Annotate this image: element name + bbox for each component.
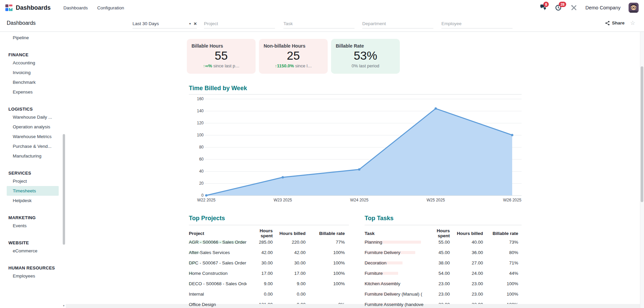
table-title-top-tasks: Top Tasks [365,215,522,222]
sidebar-scrollbar-thumb[interactable] [63,134,65,245]
app-menu: Dashboards Configuration [63,5,124,10]
department-filter-input[interactable] [362,19,433,28]
messages-badge: 8 [543,2,549,7]
dashboard-sidebar: PipelineFINANCEAccountingInvoicingBenchm… [0,32,66,308]
main-scrollbar-thumb[interactable] [641,66,643,202]
task-filter-input[interactable] [283,19,355,28]
kpi-delta: ↑∞% since last p… [192,63,251,68]
table-header-row: ProjectHours spentHours billedBillable r… [189,230,349,237]
cell-name: DECO - S00068 - Sales Orde [189,281,247,286]
column-header-billable-rate: Billable rate [483,231,518,236]
svg-text:W23 2025: W23 2025 [274,198,292,202]
sidebar-item-purchase-vend[interactable]: Purchase & Vend... [0,141,66,151]
date-filter-value: Last 30 Days [132,21,189,26]
cell-spent: 23.00 [424,281,450,286]
activities-badge: 28 [559,2,566,7]
sidebar-item-invoicing[interactable]: Invoicing [0,68,66,77]
avatar-image [629,3,639,13]
chevron-down-icon[interactable]: ▾ [189,22,191,25]
kpi-value: 25 [264,49,323,62]
cell-spent: 54.00 [424,271,450,276]
cell-rate: 71% [483,260,518,265]
cell-name: DPC - S00067 - Sales Order [189,260,247,265]
sidebar-item-expenses[interactable]: Expenses [0,87,66,97]
kpi-value: 53% [336,49,395,62]
menu-configuration[interactable]: Configuration [97,5,124,10]
activities-button[interactable]: 28 [555,4,562,11]
sidebar-item-warehouse-daily[interactable]: Warehouse Daily ... [0,112,66,122]
sidebar-section-human-resources: HUMAN RESOURCES [0,264,66,271]
svg-text:60: 60 [199,157,204,162]
cell-billed: 27.00 [450,260,483,265]
cell-rate: 100% [483,281,518,286]
row-name: AGR - S00066 - Sales Order [189,240,247,245]
menu-dashboards[interactable]: Dashboards [63,5,88,10]
column-header-hours-spent: Hours spent [247,228,273,238]
svg-text:140: 140 [197,109,204,113]
horizontal-scrollbar-track[interactable] [66,304,640,308]
developer-tools-button[interactable] [571,4,577,11]
employee-filter-input[interactable] [441,19,513,28]
kpi-delta: 0% last period [336,63,395,68]
cell-rate: 77% [306,240,345,245]
sidebar-item-timesheets[interactable]: Timesheets [7,186,59,196]
app-brand[interactable]: Dashboards [5,4,51,11]
kpi-label: Billable Rate [336,43,395,49]
favorite-star-icon[interactable]: ☆ [630,19,635,26]
cell-billed: 30.00 [273,260,306,265]
cell-billed: 0.00 [273,292,306,297]
sidebar-item-employees[interactable]: Employees [0,271,66,281]
cell-billed: 24.00 [450,271,483,276]
cell-rate: 100% [306,260,345,265]
cell-name: Planning [365,240,424,245]
share-icon [605,21,610,25]
table-row: AGR - S00066 - Sales Order285.00220.0077… [189,237,349,247]
table-row: After-Sales Services42.0042.00100% [189,247,349,258]
sidebar-item-warehouse-metrics[interactable]: Warehouse Metrics [0,132,66,141]
cell-name: AGR - S00066 - Sales Order [189,240,247,245]
cell-name: Furniture Assembly (handover [365,302,424,307]
user-avatar[interactable] [629,3,639,13]
row-name: Furniture Assembly (handover [365,302,424,307]
row-name: DPC - S00067 - Sales Order [189,260,246,265]
main-scrollbar-track[interactable] [640,32,644,308]
cell-spent: 42.00 [247,250,273,255]
cell-name: Furniture Delivery (Manual) ( [365,292,424,297]
sidebar-item-manufacturing[interactable]: Manufacturing [0,151,66,161]
sidebar-item-pipeline[interactable]: Pipeline [0,33,66,43]
app-title: Dashboards [16,4,51,11]
table-header-row: TaskHours spentHours billedBillable rate [365,230,522,237]
cell-spent: 9.00 [247,281,273,286]
column-header-project: Project [189,231,247,236]
sidebar-item-operation-analysis[interactable]: Operation analysis [0,122,66,132]
column-header-task: Task [365,231,424,236]
sidebar-item-ecommerce[interactable]: eCommerce [0,246,66,256]
table-row: Decoration38.0027.0071% [365,258,522,268]
table-divider [365,225,522,225]
messages-button[interactable]: 8 [540,4,547,11]
cell-rate: 80% [483,250,518,255]
date-filter-facet[interactable]: Last 30 Days ▾ ✕ [132,19,197,28]
sidebar-item-benchmark[interactable]: Benchmark [0,77,66,87]
cell-rate: 100% [306,281,345,286]
row-name: Office Design [189,302,216,307]
clear-filter-icon[interactable]: ✕ [194,21,197,26]
sidebar-item-project[interactable]: Project [0,176,66,186]
sidebar-item-accounting[interactable]: Accounting [0,58,66,68]
sidebar-scroll-down-icon[interactable]: ▾ [62,304,65,308]
control-panel: Dashboards Last 30 Days ▾ ✕ Share ☆ [0,15,644,32]
svg-text:W22 2025: W22 2025 [197,198,216,202]
sidebar-item-events[interactable]: Events [0,221,66,231]
row-name: Furniture Delivery (Manual) ( [365,292,422,297]
company-switcher[interactable]: Demo Company [585,5,621,10]
table-row: Kitchen Assembly23.0023.00100% [365,279,522,289]
kpi-delta: ↑1150.0% since l… [264,63,323,68]
project-filter-input[interactable] [204,19,275,28]
cell-spent: 23.00 [424,292,450,297]
cell-name: Furniture [365,271,424,276]
sidebar-item-helpdesk[interactable]: Helpdesk [0,196,66,205]
kpi-label: Billable Hours [192,43,251,49]
share-button[interactable]: Share [605,20,625,25]
breadcrumb-page-title[interactable]: Dashboards [7,20,36,26]
svg-text:W25 2025: W25 2025 [427,198,445,202]
